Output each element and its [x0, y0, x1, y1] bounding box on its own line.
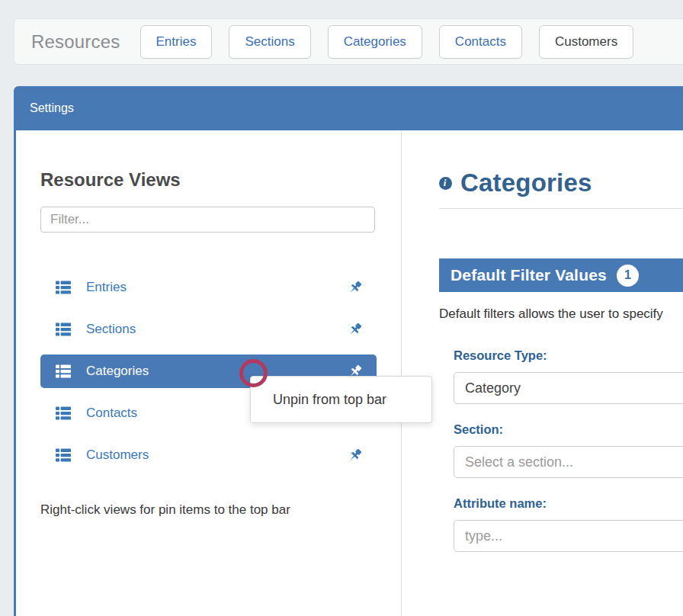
sidebar-view-item-customers[interactable]: Customers [40, 438, 377, 472]
field-label: Section: [454, 422, 683, 437]
list-icon [56, 322, 71, 336]
filter-input[interactable] [40, 207, 375, 233]
form-field: Section: [454, 422, 683, 478]
default-filters-form: Resource Type: Section: Attribute name: [439, 348, 683, 552]
page-title: Resources [31, 31, 120, 53]
topbar-button-sections[interactable]: Sections [229, 25, 310, 59]
settings-panel-header: Settings [14, 86, 683, 130]
pinned-views-button-group: EntriesSectionsCategoriesContactsCustome… [140, 25, 634, 59]
section-description: Default filters allows the user to speci… [439, 306, 683, 322]
top-bar: Resources EntriesSectionsCategoriesConta… [14, 18, 683, 65]
field-label: Attribute name: [454, 496, 683, 511]
list-icon [56, 406, 71, 420]
topbar-button-contacts[interactable]: Contacts [439, 25, 522, 59]
view-item-label: Categories [86, 364, 149, 379]
info-circle-icon: i [439, 177, 452, 190]
resource-views-sidebar: Resource Views Entries [16, 130, 402, 616]
view-item-label: Entries [86, 280, 127, 295]
sidebar-view-item-entries[interactable]: Entries [40, 271, 377, 304]
pin-icon[interactable] [348, 448, 363, 463]
default-filter-values-header: Default Filter Values 1 [439, 258, 683, 292]
field-input-1[interactable] [454, 446, 683, 478]
view-item-label: Customers [86, 448, 149, 463]
pin-icon[interactable] [348, 322, 363, 337]
view-detail-panel: i Categories Default Filter Values 1 Def… [402, 130, 683, 616]
title-divider [439, 208, 683, 209]
settings-panel-body: Resource Views Entries [14, 130, 683, 616]
field-input-0[interactable] [454, 372, 683, 404]
topbar-button-entries[interactable]: Entries [140, 25, 213, 59]
list-icon [56, 364, 71, 378]
form-field: Attribute name: [454, 496, 683, 552]
context-menu: Unpin from top bar [250, 376, 432, 423]
list-icon [56, 281, 71, 294]
sidebar-title: Resource Views [40, 169, 401, 191]
field-input-2[interactable] [454, 520, 683, 552]
topbar-button-customers[interactable]: Customers [539, 25, 633, 59]
detail-title: Categories [460, 168, 592, 197]
count-badge: 1 [617, 265, 639, 287]
field-label: Resource Type: [454, 348, 683, 363]
pin-icon[interactable] [348, 280, 363, 295]
topbar-button-categories[interactable]: Categories [328, 25, 422, 59]
section-title: Default Filter Values [451, 266, 607, 284]
view-item-label: Sections [86, 322, 136, 337]
settings-panel: Settings Resource Views Entries [14, 86, 683, 616]
settings-panel-title: Settings [30, 101, 74, 115]
context-menu-item-unpin[interactable]: Unpin from top bar [251, 392, 431, 408]
view-item-label: Contacts [86, 406, 137, 421]
view-list: Entries Sections [40, 271, 401, 472]
detail-title-row: i Categories [439, 168, 683, 197]
list-icon [56, 448, 71, 462]
form-field: Resource Type: [454, 348, 683, 404]
pin-hint-text: Right-click views for pin items to the t… [40, 502, 401, 518]
sidebar-view-item-sections[interactable]: Sections [40, 313, 377, 346]
